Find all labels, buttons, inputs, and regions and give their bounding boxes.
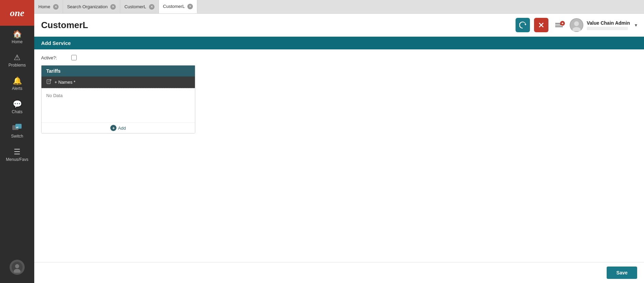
warning-icon: ⚠ <box>14 54 21 61</box>
menu-bar-3 <box>555 26 563 27</box>
tariffs-col-label: + Names * <box>54 80 75 85</box>
sidebar-item-menus-favs[interactable]: ☰ Menus/Favs <box>0 143 34 167</box>
user-details: Value Chain Admin <box>587 20 630 30</box>
switch-icon: ⇄ <box>12 124 22 132</box>
tab-customerl-1[interactable]: CustomerL ✕ <box>120 0 159 13</box>
svg-point-4 <box>15 264 19 268</box>
sidebar-bottom <box>0 255 34 283</box>
sidebar-item-chats[interactable]: 💬 Chats <box>0 96 34 119</box>
panel-body: Active?: Tariffs <box>34 49 644 139</box>
user-info[interactable]: Value Chain Admin ▾ <box>570 18 637 32</box>
app-logo[interactable]: one <box>0 0 34 26</box>
tab-search-org-label: Search Organization <box>67 4 108 9</box>
sidebar-item-problems[interactable]: ⚠ Problems <box>0 49 34 72</box>
panel-header: Add Service <box>34 37 644 49</box>
menus-icon: ☰ <box>14 148 21 156</box>
chevron-down-icon: ▾ <box>635 22 637 28</box>
sidebar-item-label: Problems <box>9 63 26 68</box>
sidebar-item-user-avatar[interactable] <box>0 255 34 280</box>
tab-search-org-close[interactable]: ✕ <box>110 4 116 10</box>
tab-customerl-1-label: CustomerL <box>124 4 146 9</box>
page-content: Add Service Active?: Tariffs <box>34 37 644 262</box>
tariffs-col-header: + Names * <box>41 76 195 88</box>
tariffs-title: Tariffs <box>46 68 61 74</box>
sidebar-item-label: Switch <box>11 134 23 139</box>
add-service-panel: Add Service Active?: Tariffs <box>34 37 644 262</box>
save-bar: Save <box>34 262 644 283</box>
user-subtitle <box>587 27 628 30</box>
close-button[interactable] <box>534 18 548 32</box>
tab-customerl-2-close[interactable]: ✕ <box>187 4 193 9</box>
svg-rect-11 <box>47 80 50 84</box>
panel-title: Add Service <box>41 40 71 46</box>
tariffs-footer: + Add <box>41 122 195 133</box>
tab-search-org[interactable]: Search Organization ✕ <box>63 0 121 13</box>
menu-button[interactable]: ★ <box>553 20 566 30</box>
tab-customerl-1-close[interactable]: ✕ <box>149 4 154 10</box>
save-button[interactable]: Save <box>607 267 637 279</box>
add-tariff-button[interactable]: + Add <box>110 125 126 131</box>
sidebar-item-alerts[interactable]: 🔔 Alerts <box>0 72 34 96</box>
notification-badge: ★ <box>560 21 565 26</box>
sidebar-item-home[interactable]: 🏠 Home <box>0 26 34 49</box>
user-avatar <box>570 18 583 32</box>
edit-icon <box>46 79 52 85</box>
tab-home-label: Home <box>38 4 50 9</box>
page-title: CustomerL <box>41 20 511 31</box>
svg-point-9 <box>574 21 579 26</box>
tab-customerl-2-label: CustomerL <box>163 4 185 9</box>
sidebar-item-label: Chats <box>12 109 22 114</box>
tab-customerl-2[interactable]: CustomerL ✕ <box>159 0 198 13</box>
tab-home[interactable]: Home ✕ <box>34 0 63 13</box>
tariffs-header: Tariffs <box>41 66 195 76</box>
active-checkbox[interactable] <box>71 55 77 60</box>
sidebar-item-switch[interactable]: ⇄ Switch <box>0 119 34 143</box>
active-label: Active?: <box>41 55 69 60</box>
add-label: Add <box>118 126 126 131</box>
bell-icon: 🔔 <box>13 77 22 85</box>
tariffs-body: No Data <box>41 88 195 122</box>
home-icon: 🏠 <box>13 31 22 38</box>
sidebar-item-label: Home <box>12 39 23 44</box>
no-data-text: No Data <box>46 93 63 98</box>
page-header: CustomerL ★ <box>34 14 644 37</box>
chat-icon: 💬 <box>13 101 22 108</box>
sidebar: one 🏠 Home ⚠ Problems 🔔 Alerts 💬 Chats ⇄… <box>0 0 34 283</box>
tab-home-close[interactable]: ✕ <box>53 4 59 10</box>
tariffs-container: Tariffs + <box>41 65 195 133</box>
main-content: Home ✕ Search Organization ✕ CustomerL ✕… <box>34 0 644 283</box>
refresh-button[interactable] <box>516 18 530 32</box>
svg-text:⇄: ⇄ <box>16 126 18 129</box>
sidebar-item-label: Alerts <box>12 86 23 91</box>
user-name: Value Chain Admin <box>587 20 630 26</box>
user-avatar-icon <box>10 260 25 275</box>
add-icon: + <box>110 125 116 131</box>
active-field-row: Active?: <box>41 55 637 60</box>
sidebar-item-label: Menus/Favs <box>6 157 28 162</box>
tab-bar: Home ✕ Search Organization ✕ CustomerL ✕… <box>34 0 644 14</box>
logo-text: one <box>10 8 24 19</box>
